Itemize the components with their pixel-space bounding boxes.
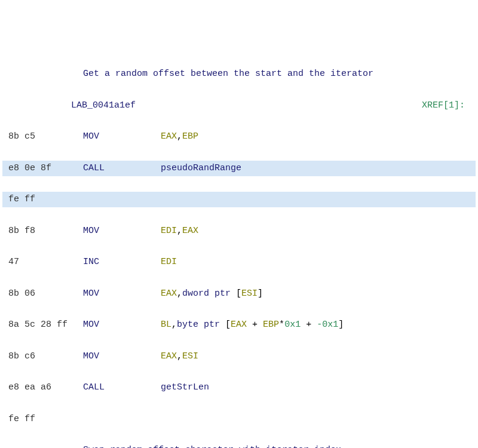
listing-row[interactable]: 8b c6MOVEAX,ESI: [2, 349, 476, 364]
code-label[interactable]: LAB_0041a1ef: [71, 98, 422, 113]
operands: EAX,dword ptr [ESI]: [161, 286, 476, 302]
bytes: fe ff: [2, 192, 83, 207]
mnemonic: MOV: [83, 223, 161, 239]
operands: EAX,EBP: [161, 129, 476, 145]
listing-row[interactable]: 8b c5MOVEAX,EBP: [2, 129, 476, 145]
bytes: 8a 5c 28 ff: [2, 317, 83, 333]
listing-row[interactable]: 47INCEDI: [2, 254, 476, 270]
operands: EDI,EAX: [161, 223, 476, 239]
bytes: 8b c6: [2, 349, 83, 364]
operands: BL,byte ptr [EAX + EBP*0x1 + -0x1]: [161, 317, 476, 333]
comment-line: Get a random offset between the start an…: [2, 66, 476, 82]
mnemonic: MOV: [83, 129, 161, 145]
listing-row[interactable]: 8a 5c 28 ffMOVBL,byte ptr [EAX + EBP*0x1…: [2, 317, 476, 333]
comment-line: Swap random offset character with iterat…: [2, 443, 476, 448]
listing-row-selected[interactable]: e8 0e 8fCALLpseudoRandRange: [2, 161, 476, 176]
mnemonic: MOV: [83, 286, 161, 302]
comment-text: Get a random offset between the start an…: [83, 66, 373, 82]
mnemonic: CALL: [83, 380, 161, 395]
mnemonic: INC: [83, 254, 161, 270]
listing-row[interactable]: 8b f8MOVEDI,EAX: [2, 223, 476, 239]
bytes: 8b c5: [2, 129, 83, 145]
listing-row[interactable]: e8 ea a6CALLgetStrLen: [2, 380, 476, 395]
label-row[interactable]: LAB_0041a1efXREF[1]:: [2, 98, 476, 113]
operands: EAX,ESI: [161, 349, 476, 364]
bytes: 47: [2, 254, 83, 270]
bytes: 8b 06: [2, 286, 83, 302]
listing-row[interactable]: fe ff: [2, 412, 476, 427]
mnemonic: CALL: [83, 161, 161, 176]
operands: getStrLen: [161, 380, 476, 395]
listing-row-selected[interactable]: fe ff: [2, 192, 476, 207]
operands: EDI: [161, 254, 476, 270]
xref-badge[interactable]: XREF[1]:: [422, 98, 476, 113]
listing-row[interactable]: 8b 06MOVEAX,dword ptr [ESI]: [2, 286, 476, 302]
bytes: e8 ea a6: [2, 380, 83, 395]
operands: pseudoRandRange: [161, 161, 476, 176]
bytes: 8b f8: [2, 223, 83, 239]
bytes: e8 0e 8f: [2, 161, 83, 176]
comment-text: Swap random offset character with iterat…: [83, 443, 341, 448]
bytes: fe ff: [2, 412, 83, 427]
mnemonic: MOV: [83, 349, 161, 364]
mnemonic: MOV: [83, 317, 161, 333]
